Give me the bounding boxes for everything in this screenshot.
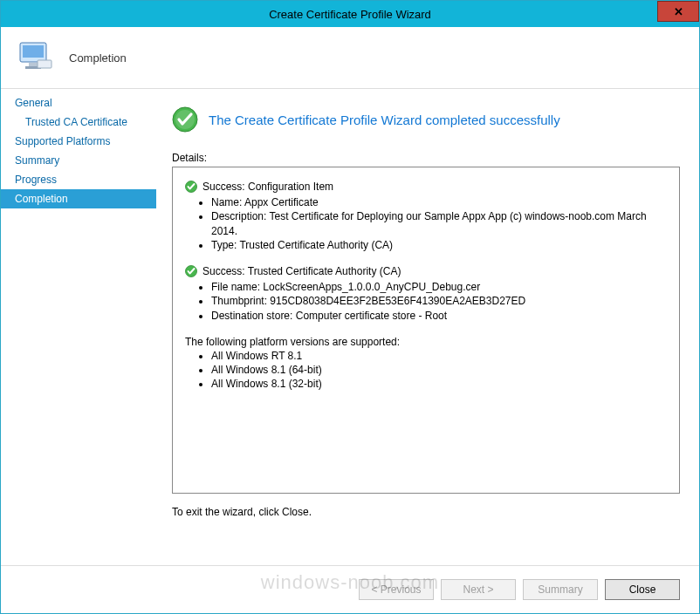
platforms-list: All Windows RT 8.1All Windows 8.1 (64-bi… [185, 349, 667, 392]
details-section-heading: Success: Configuration Item [185, 180, 667, 194]
wizard-nav: GeneralTrusted CA CertificateSupported P… [1, 89, 156, 565]
exit-note: To exit the wizard, click Close. [172, 506, 680, 518]
details-list: Name: Appx CertificateDescription: Test … [185, 195, 667, 252]
details-list-item: Thumbprint: 915CD8038D4EE3F2BE53E6F41390… [211, 294, 667, 308]
success-message: The Create Certificate Profile Wizard co… [209, 113, 560, 127]
close-button[interactable]: Close [605, 579, 680, 600]
success-check-icon [185, 181, 197, 193]
details-list-item: Name: Appx Certificate [211, 195, 667, 209]
nav-item-general[interactable]: General [1, 93, 156, 113]
details-heading-text: Success: Trusted Certificate Authority (… [202, 264, 401, 278]
wizard-footer: < Previous Next > Summary Close [1, 565, 699, 613]
previous-button: < Previous [359, 579, 434, 600]
nav-item-trusted-ca-certificate[interactable]: Trusted CA Certificate [1, 113, 156, 132]
computer-icon [17, 39, 53, 76]
platforms-list-item: All Windows RT 8.1 [211, 349, 667, 363]
details-list: File name: LockScreenApps_1.0.0.0_AnyCPU… [185, 280, 667, 323]
nav-item-summary[interactable]: Summary [1, 151, 156, 170]
nav-item-supported-platforms[interactable]: Supported Platforms [1, 132, 156, 151]
svg-rect-4 [38, 60, 51, 68]
title-bar: Create Certificate Profile Wizard ✕ [1, 1, 699, 27]
svg-rect-1 [23, 45, 44, 58]
close-icon: ✕ [674, 5, 683, 18]
platforms-list-item: All Windows 8.1 (32-bit) [211, 377, 667, 391]
details-list-item: Description: Test Certificate for Deploy… [211, 209, 667, 237]
wizard-window: Create Certificate Profile Wizard ✕ Comp… [0, 0, 700, 614]
next-button: Next > [441, 579, 516, 600]
platforms-intro: The following platform versions are supp… [185, 335, 667, 349]
details-section-heading: Success: Trusted Certificate Authority (… [185, 264, 667, 278]
details-list-item: Type: Trusted Certificate Authority (CA) [211, 238, 667, 252]
details-list-item: File name: LockScreenApps_1.0.0.0_AnyCPU… [211, 280, 667, 294]
details-section: Success: Trusted Certificate Authority (… [185, 264, 667, 323]
success-banner: The Create Certificate Profile Wizard co… [172, 106, 680, 133]
window-title: Create Certificate Profile Wizard [1, 8, 699, 21]
details-box[interactable]: Success: Configuration ItemName: Appx Ce… [172, 167, 680, 494]
platforms-list-item: All Windows 8.1 (64-bit) [211, 363, 667, 377]
details-section: Success: Configuration ItemName: Appx Ce… [185, 180, 667, 252]
nav-item-completion[interactable]: Completion [1, 189, 156, 208]
page-title: Completion [69, 51, 127, 65]
window-close-button[interactable]: ✕ [657, 1, 699, 22]
svg-rect-2 [29, 63, 38, 66]
wizard-header: Completion [1, 27, 699, 89]
details-label: Details: [172, 152, 680, 164]
nav-item-progress[interactable]: Progress [1, 170, 156, 189]
success-check-icon [185, 265, 197, 277]
success-check-icon [172, 106, 198, 133]
wizard-content: The Create Certificate Profile Wizard co… [156, 89, 699, 565]
wizard-body: GeneralTrusted CA CertificateSupported P… [1, 89, 699, 565]
details-heading-text: Success: Configuration Item [202, 180, 333, 194]
summary-button: Summary [523, 579, 598, 600]
details-list-item: Destination store: Computer certificate … [211, 309, 667, 323]
